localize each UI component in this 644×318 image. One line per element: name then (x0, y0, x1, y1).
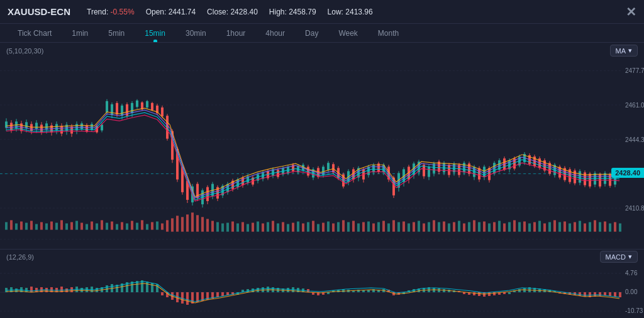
tab-1hour[interactable]: 1hour (216, 24, 256, 42)
svg-rect-42 (181, 217, 184, 231)
svg-rect-90 (423, 223, 425, 231)
svg-rect-12 (30, 221, 33, 229)
svg-rect-26 (101, 220, 103, 229)
trend-value: -0.55% (111, 8, 135, 16)
ma-indicator-label: (5,10,20,30) (6, 47, 43, 55)
svg-rect-68 (312, 221, 314, 231)
svg-rect-54 (242, 222, 244, 231)
svg-rect-85 (397, 222, 400, 231)
svg-rect-100 (473, 220, 475, 231)
svg-rect-72 (332, 223, 335, 231)
svg-rect-187 (146, 101, 148, 107)
svg-rect-251 (307, 167, 309, 175)
svg-rect-299 (428, 167, 430, 177)
svg-rect-41 (176, 216, 179, 231)
svg-rect-105 (498, 221, 501, 231)
tab-day[interactable]: Day (295, 24, 328, 42)
tab-30min[interactable]: 30min (175, 24, 216, 42)
svg-rect-131 (5, 121, 8, 128)
svg-rect-115 (548, 222, 551, 231)
svg-rect-33 (136, 222, 138, 229)
tab-tick-chart[interactable]: Tick Chart (8, 24, 62, 42)
svg-rect-143 (35, 123, 38, 129)
svg-rect-61 (277, 223, 279, 231)
svg-rect-63 (287, 224, 289, 231)
svg-rect-400 (96, 288, 98, 292)
svg-rect-110 (523, 221, 526, 231)
svg-rect-49 (216, 222, 219, 231)
macd-section: (12,26,9) MACD ▾ (0, 249, 644, 318)
price-chart-svg: 2477.75 2461.03 2444.31 2428.40 2410.86 (0, 58, 644, 249)
svg-rect-86 (402, 221, 405, 231)
main-price-chart[interactable]: 2477.75 2461.03 2444.31 2428.40 2410.86 … (0, 58, 644, 249)
svg-rect-64 (292, 222, 294, 231)
svg-rect-81 (377, 222, 380, 231)
svg-text:-10.73: -10.73 (625, 307, 643, 314)
svg-rect-102 (483, 221, 486, 231)
svg-rect-114 (543, 223, 546, 231)
svg-rect-96 (453, 222, 455, 231)
svg-rect-98 (463, 223, 465, 231)
svg-rect-497 (584, 292, 586, 297)
svg-rect-122 (584, 223, 586, 231)
open-value: 2441.74 (169, 8, 196, 16)
svg-rect-77 (357, 223, 360, 231)
svg-rect-28 (111, 221, 113, 229)
ma-dropdown[interactable]: MA ▾ (610, 45, 638, 57)
svg-rect-139 (25, 122, 28, 128)
svg-rect-27 (106, 222, 108, 229)
svg-rect-50 (221, 223, 224, 231)
chart-container: (5,10,20,30) MA ▾ (0, 43, 644, 318)
svg-rect-411 (151, 283, 153, 292)
svg-rect-76 (352, 221, 355, 231)
timeframe-tabs: Tick Chart 1min 5min 15min 30min 1hour 4… (0, 24, 644, 43)
svg-rect-74 (342, 220, 345, 231)
svg-rect-313 (463, 163, 465, 172)
svg-rect-107 (508, 222, 511, 231)
symbol-label: XAUUSD-ECN (8, 6, 70, 17)
svg-rect-69 (317, 224, 319, 231)
svg-rect-45 (196, 215, 199, 231)
svg-rect-40 (171, 218, 174, 231)
tab-1min[interactable]: 1min (62, 24, 98, 42)
svg-rect-73 (337, 222, 340, 231)
close-value: 2428.40 (230, 8, 257, 16)
svg-rect-29 (116, 224, 118, 229)
svg-rect-482 (508, 292, 511, 294)
svg-rect-183 (136, 101, 138, 107)
svg-rect-8 (10, 220, 13, 229)
svg-text:2428.40: 2428.40 (625, 170, 644, 177)
high-stat: High: 2458.79 (269, 8, 316, 16)
svg-rect-123 (589, 222, 591, 231)
svg-rect-55 (247, 224, 249, 231)
svg-rect-387 (30, 287, 33, 292)
svg-rect-161 (80, 123, 83, 129)
svg-rect-38 (161, 223, 164, 229)
svg-rect-476 (478, 292, 480, 296)
close-stat: Close: 2428.40 (207, 8, 258, 16)
svg-rect-80 (372, 223, 375, 231)
macd-chevron-icon: ▾ (628, 253, 632, 261)
tab-week[interactable]: Week (328, 24, 367, 42)
macd-dropdown[interactable]: MACD ▾ (600, 251, 638, 263)
close-button[interactable]: ✕ (626, 4, 636, 19)
svg-rect-22 (80, 222, 83, 229)
macd-indicator-label: (12,26,9) (6, 253, 34, 261)
svg-rect-83 (387, 223, 390, 231)
svg-rect-58 (262, 223, 264, 231)
svg-rect-413 (161, 292, 164, 295)
svg-rect-93 (438, 222, 440, 231)
tab-15min[interactable]: 15min (135, 24, 175, 42)
svg-rect-75 (347, 222, 350, 231)
tab-5min[interactable]: 5min (98, 24, 135, 42)
svg-rect-502 (609, 292, 611, 296)
tab-4hour[interactable]: 4hour (255, 24, 295, 42)
svg-rect-124 (594, 220, 596, 231)
svg-rect-163 (86, 125, 88, 131)
svg-rect-25 (96, 223, 98, 229)
tab-month[interactable]: Month (368, 24, 409, 42)
svg-rect-18 (60, 220, 63, 229)
svg-rect-410 (146, 282, 148, 292)
svg-rect-101 (478, 222, 480, 231)
svg-text:2444.31: 2444.31 (625, 136, 644, 143)
